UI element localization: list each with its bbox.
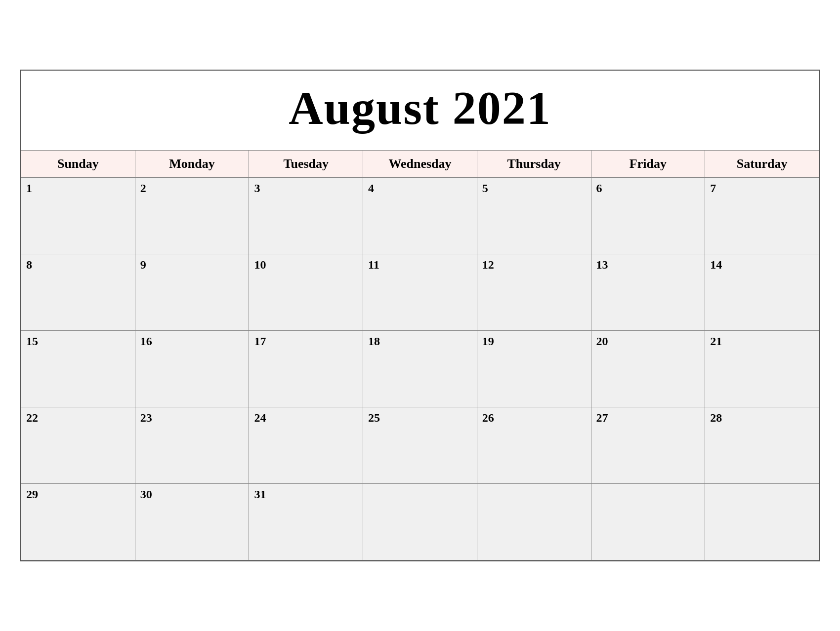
day-cell-24: 24	[249, 407, 363, 484]
day-cell-2: 2	[135, 178, 249, 254]
week-row-1: 1234567	[21, 178, 819, 254]
week-row-5: 293031	[21, 484, 819, 560]
day-cell-1: 1	[21, 178, 135, 254]
day-cell-19: 19	[477, 331, 591, 407]
day-header-thursday: Thursday	[477, 151, 591, 178]
calendar-title: August 2021	[21, 71, 819, 150]
day-cell-17: 17	[249, 331, 363, 407]
day-header-sunday: Sunday	[21, 151, 135, 178]
day-cell-25: 25	[363, 407, 477, 484]
day-cell-7: 7	[705, 178, 819, 254]
day-cell-21: 21	[705, 331, 819, 407]
day-cell-26: 26	[477, 407, 591, 484]
day-cell-14: 14	[705, 254, 819, 331]
day-cell-10: 10	[249, 254, 363, 331]
day-cell-13: 13	[591, 254, 705, 331]
day-cell-18: 18	[363, 331, 477, 407]
day-cell-22: 22	[21, 407, 135, 484]
day-cell-3: 3	[249, 178, 363, 254]
week-row-3: 15161718192021	[21, 331, 819, 407]
day-cell-29: 29	[21, 484, 135, 560]
day-cell-6: 6	[591, 178, 705, 254]
empty-cell	[477, 484, 591, 560]
empty-cell	[705, 484, 819, 560]
day-cell-11: 11	[363, 254, 477, 331]
week-row-4: 22232425262728	[21, 407, 819, 484]
empty-cell	[363, 484, 477, 560]
day-cell-5: 5	[477, 178, 591, 254]
day-cell-27: 27	[591, 407, 705, 484]
day-cell-15: 15	[21, 331, 135, 407]
week-row-2: 891011121314	[21, 254, 819, 331]
empty-cell	[591, 484, 705, 560]
day-header-monday: Monday	[135, 151, 249, 178]
day-header-tuesday: Tuesday	[249, 151, 363, 178]
day-cell-16: 16	[135, 331, 249, 407]
day-header-saturday: Saturday	[705, 151, 819, 178]
header-row: SundayMondayTuesdayWednesdayThursdayFrid…	[21, 151, 819, 178]
day-cell-28: 28	[705, 407, 819, 484]
day-header-wednesday: Wednesday	[363, 151, 477, 178]
day-cell-23: 23	[135, 407, 249, 484]
day-cell-8: 8	[21, 254, 135, 331]
calendar-grid: SundayMondayTuesdayWednesdayThursdayFrid…	[21, 150, 819, 560]
calendar-container: August 2021 SundayMondayTuesdayWednesday…	[20, 70, 820, 561]
day-cell-30: 30	[135, 484, 249, 560]
day-cell-9: 9	[135, 254, 249, 331]
day-header-friday: Friday	[591, 151, 705, 178]
day-cell-4: 4	[363, 178, 477, 254]
day-cell-20: 20	[591, 331, 705, 407]
day-cell-12: 12	[477, 254, 591, 331]
day-cell-31: 31	[249, 484, 363, 560]
